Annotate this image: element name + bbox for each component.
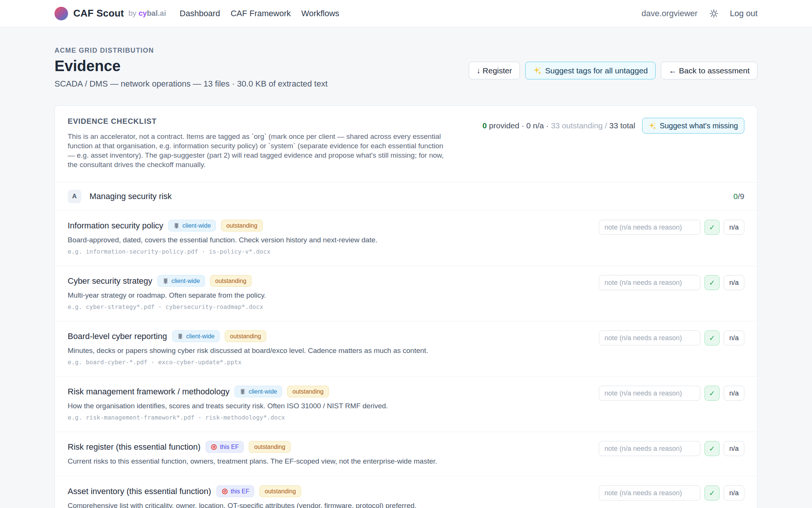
- mark-na-button[interactable]: n/a: [724, 441, 744, 456]
- stat-total-text: 33 total: [609, 121, 635, 130]
- scope-tag-label: client-wide: [182, 222, 211, 229]
- nav-link-caf-framework[interactable]: CAF Framework: [230, 9, 291, 18]
- item-title: Board-level cyber reporting: [68, 332, 167, 341]
- building-icon: [239, 388, 246, 395]
- back-to-assessment-button[interactable]: ← Back to assessment: [661, 62, 757, 79]
- mark-provided-button[interactable]: ✓: [704, 220, 720, 235]
- scope-tag: client-wide: [235, 386, 282, 397]
- scope-tag-label: client-wide: [171, 278, 200, 284]
- item-description: Board-approved, dated, covers the essent…: [68, 236, 377, 244]
- item-description: Current risks to this essential function…: [68, 457, 437, 465]
- scope-tag: client-wide: [158, 275, 205, 287]
- evidence-item-row: Risk register (this essential function): [55, 432, 757, 476]
- checklist-items: Information security policy: [55, 210, 757, 508]
- item-description: Comprehensive list with criticality, own…: [68, 502, 417, 508]
- sparkles-icon: [533, 66, 542, 75]
- suggest-tags-button[interactable]: Suggest tags for all untagged: [525, 62, 656, 79]
- scope-tag-label: this EF: [220, 444, 239, 450]
- target-icon: [211, 444, 217, 450]
- item-title: Asset inventory (this essential function…: [68, 487, 211, 496]
- target-icon: [221, 488, 228, 495]
- status-badge: outstanding: [287, 386, 329, 397]
- section-row-managing-security-risk: A Managing security risk 0/9: [55, 182, 757, 210]
- status-badge: outstanding: [221, 220, 263, 231]
- byline-by: by: [129, 9, 139, 17]
- stat-provided-value: 0: [482, 121, 487, 130]
- checklist-title: EVIDENCE CHECKLIST: [68, 117, 451, 126]
- item-title: Information security policy: [68, 221, 163, 231]
- checklist-description: This is an accelerator, not a contract. …: [68, 132, 451, 169]
- brand-logo: [55, 7, 68, 20]
- note-input[interactable]: [599, 485, 700, 500]
- evidence-item-row: Information security policy: [55, 210, 757, 266]
- evidence-item-row: Risk management framework / methodology: [55, 376, 757, 432]
- item-title: Cyber security strategy: [68, 276, 152, 286]
- item-example: e.g. information-security-policy.pdf · i…: [68, 248, 377, 255]
- item-example: e.g. board-cyber-*.pdf · exco-cyber-upda…: [68, 359, 428, 366]
- sun-icon: [709, 9, 719, 18]
- note-input[interactable]: [599, 386, 700, 401]
- mark-provided-button[interactable]: ✓: [704, 275, 720, 290]
- mark-na-button[interactable]: n/a: [724, 485, 744, 500]
- evidence-checklist-card: EVIDENCE CHECKLIST This is an accelerato…: [55, 105, 757, 508]
- nav-link-dashboard[interactable]: Dashboard: [180, 9, 220, 18]
- suggest-missing-button[interactable]: Suggest what's missing: [642, 118, 744, 134]
- scope-tag-label: client-wide: [248, 388, 277, 395]
- note-input[interactable]: [599, 441, 700, 456]
- item-controls: ✓ n/a: [599, 485, 744, 500]
- mark-provided-button[interactable]: ✓: [704, 441, 720, 456]
- item-controls: ✓ n/a: [599, 386, 744, 401]
- scope-tag: client-wide: [172, 330, 220, 342]
- theme-toggle-button[interactable]: [709, 9, 719, 18]
- note-input[interactable]: [599, 220, 700, 235]
- evidence-item-row: Cyber security strategy: [55, 266, 757, 321]
- page-title: Evidence: [55, 58, 327, 75]
- mark-na-button[interactable]: n/a: [724, 220, 744, 235]
- nav-links: Dashboard CAF Framework Workflows: [180, 9, 339, 18]
- evidence-item-row: Board-level cyber reporting: [55, 321, 757, 376]
- section-title: Managing security risk: [89, 192, 172, 201]
- mark-na-button[interactable]: n/a: [724, 386, 744, 401]
- section-letter-badge: A: [68, 190, 81, 203]
- scope-tag-label: client-wide: [186, 333, 215, 340]
- byline-ai: .ai: [158, 9, 166, 17]
- mark-provided-button[interactable]: ✓: [704, 386, 720, 401]
- section-count-total: /9: [738, 192, 744, 201]
- scope-tag: client-wide: [168, 220, 216, 231]
- status-badge: outstanding: [210, 275, 252, 287]
- nav-link-workflows[interactable]: Workflows: [301, 9, 339, 18]
- byline-cy: cy: [138, 9, 147, 17]
- scope-tag: this EF: [217, 485, 255, 497]
- logged-in-user: dave.orgviewer: [641, 9, 697, 18]
- brand-name: CAF Scout: [73, 8, 124, 19]
- item-title: Risk register (this essential function): [68, 442, 200, 452]
- mark-provided-button[interactable]: ✓: [704, 330, 720, 345]
- sparkles-icon: [648, 122, 656, 130]
- note-input[interactable]: [599, 275, 700, 290]
- status-badge: outstanding: [259, 485, 301, 497]
- header-actions: ↓ Register Suggest tags for all untagged…: [469, 62, 757, 79]
- status-badge: outstanding: [225, 330, 267, 342]
- page-header: ACME GRID DISTRIBUTION Evidence SCADA / …: [55, 47, 757, 89]
- mark-na-button[interactable]: n/a: [724, 330, 744, 345]
- item-controls: ✓ n/a: [599, 275, 744, 290]
- checklist-stats: 0 provided · 0 n/a · 33 outstanding / 33…: [482, 121, 635, 130]
- evidence-item-row: Asset inventory (this essential function…: [55, 476, 757, 508]
- top-navbar: CAF Scout by cybal.ai Dashboard CAF Fram…: [0, 0, 812, 27]
- section-progress-count: 0/9: [733, 192, 744, 201]
- item-description: Multi-year strategy or roadmap. Often se…: [68, 291, 266, 300]
- suggest-tags-label: Suggest tags for all untagged: [545, 66, 648, 75]
- item-title: Risk management framework / methodology: [68, 387, 229, 397]
- register-button[interactable]: ↓ Register: [469, 62, 520, 79]
- mark-provided-button[interactable]: ✓: [704, 485, 720, 500]
- item-description: Minutes, decks or papers showing cyber r…: [68, 347, 428, 355]
- item-example: e.g. cyber-strategy*.pdf · cybersecurity…: [68, 303, 266, 310]
- mark-na-button[interactable]: n/a: [724, 275, 744, 290]
- byline-bal: bal: [147, 9, 158, 17]
- logout-link[interactable]: Log out: [730, 9, 757, 18]
- building-icon: [173, 222, 180, 229]
- note-input[interactable]: [599, 330, 700, 345]
- item-controls: ✓ n/a: [599, 220, 744, 235]
- stat-outstanding-text: 33 outstanding /: [551, 121, 609, 130]
- page-subtitle: SCADA / DMS — network operations — 13 fi…: [55, 79, 327, 89]
